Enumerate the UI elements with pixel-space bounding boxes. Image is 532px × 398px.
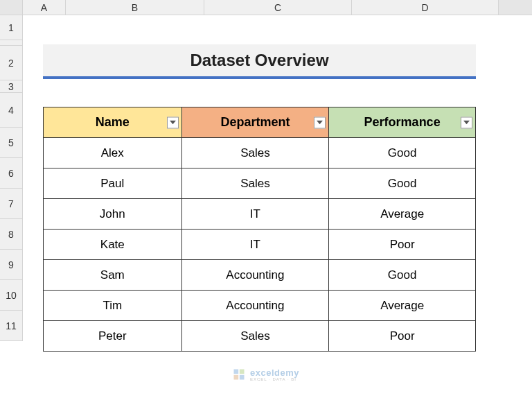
row-header-2[interactable]: 2 xyxy=(0,46,23,80)
watermark: exceldemy EXCEL · DATA · BI xyxy=(232,367,299,381)
cell-name[interactable]: John xyxy=(44,199,182,230)
header-department[interactable]: Department xyxy=(181,107,329,138)
row-header-10[interactable]: 10 xyxy=(0,280,23,311)
table-row[interactable]: Tim Accounting Average xyxy=(44,291,476,321)
filter-button-department[interactable] xyxy=(314,116,326,128)
chevron-down-icon xyxy=(463,121,470,125)
watermark-title: exceldemy xyxy=(250,368,299,377)
logo-icon xyxy=(232,367,246,381)
row-header-7[interactable]: 7 xyxy=(0,189,23,219)
svg-rect-2 xyxy=(234,375,239,380)
table-row[interactable]: Sam Accounting Good xyxy=(44,260,476,291)
watermark-subtitle: EXCEL · DATA · BI xyxy=(250,377,299,381)
table-row[interactable]: Alex Sales Good xyxy=(44,138,476,168)
row-header-9[interactable]: 9 xyxy=(0,250,23,280)
chevron-down-icon xyxy=(317,121,323,125)
row-headers: 1 2 3 4 5 6 7 8 9 10 11 xyxy=(0,15,23,341)
row-header-3[interactable]: 3 xyxy=(0,80,23,93)
table-row[interactable]: Paul Sales Good xyxy=(44,168,476,199)
row-header-1[interactable]: 1 xyxy=(0,15,23,40)
column-headers: A B C D xyxy=(0,0,532,15)
col-header-b[interactable]: B xyxy=(66,0,204,15)
select-all-corner[interactable] xyxy=(0,0,23,15)
title-text: Dataset Overview xyxy=(190,51,328,70)
header-row: Name Department Performance xyxy=(44,107,476,138)
filter-button-performance[interactable] xyxy=(461,116,472,128)
cell-name[interactable]: Paul xyxy=(44,168,182,199)
col-header-a[interactable]: A xyxy=(23,0,66,15)
cell-department[interactable]: Sales xyxy=(181,321,329,352)
cell-name[interactable]: Alex xyxy=(44,138,182,168)
cell-performance[interactable]: Good xyxy=(329,260,476,291)
cell-performance[interactable]: Poor xyxy=(329,230,476,260)
row-header-8[interactable]: 8 xyxy=(0,219,23,250)
header-name-label: Name xyxy=(96,115,130,129)
cell-department[interactable]: Accounting xyxy=(181,260,329,291)
cell-name[interactable]: Peter xyxy=(44,321,182,352)
cell-department[interactable]: IT xyxy=(181,230,329,260)
chevron-down-icon xyxy=(170,121,176,125)
row-header-11[interactable]: 11 xyxy=(0,311,23,341)
table-row[interactable]: Kate IT Poor xyxy=(44,230,476,260)
cell-name[interactable]: Sam xyxy=(44,260,182,291)
cell-performance[interactable]: Good xyxy=(329,138,476,168)
cell-performance[interactable]: Good xyxy=(329,168,476,199)
row-header-4[interactable]: 4 xyxy=(0,93,23,128)
title-cell[interactable]: Dataset Overview xyxy=(43,44,476,79)
row-header-6[interactable]: 6 xyxy=(0,158,23,189)
table-row[interactable]: John IT Average xyxy=(44,199,476,230)
cell-department[interactable]: Accounting xyxy=(181,291,329,321)
table-body: Alex Sales Good Paul Sales Good John IT … xyxy=(44,138,476,352)
cell-department[interactable]: IT xyxy=(181,199,329,230)
svg-rect-0 xyxy=(234,370,239,374)
filter-button-name[interactable] xyxy=(167,116,179,128)
spreadsheet-grid: A B C D 1 2 3 4 5 6 7 8 9 10 11 Dataset … xyxy=(0,0,532,398)
header-department-label: Department xyxy=(220,115,290,129)
row-header-spacer xyxy=(0,40,23,46)
cell-department[interactable]: Sales xyxy=(181,168,329,199)
cell-department[interactable]: Sales xyxy=(181,138,329,168)
cell-name[interactable]: Kate xyxy=(44,230,182,260)
svg-rect-3 xyxy=(240,375,245,380)
data-table: Name Department Performance xyxy=(43,107,476,352)
header-name[interactable]: Name xyxy=(44,107,182,138)
cell-performance[interactable]: Poor xyxy=(329,321,476,352)
table-row[interactable]: Peter Sales Poor xyxy=(44,321,476,352)
header-performance-label: Performance xyxy=(364,115,441,129)
header-performance[interactable]: Performance xyxy=(329,107,476,138)
svg-rect-1 xyxy=(240,370,245,374)
cell-name[interactable]: Tim xyxy=(44,291,182,321)
col-header-d[interactable]: D xyxy=(352,0,499,15)
col-header-c[interactable]: C xyxy=(204,0,352,15)
cell-performance[interactable]: Average xyxy=(329,199,476,230)
cell-performance[interactable]: Average xyxy=(329,291,476,321)
row-header-5[interactable]: 5 xyxy=(0,128,23,158)
